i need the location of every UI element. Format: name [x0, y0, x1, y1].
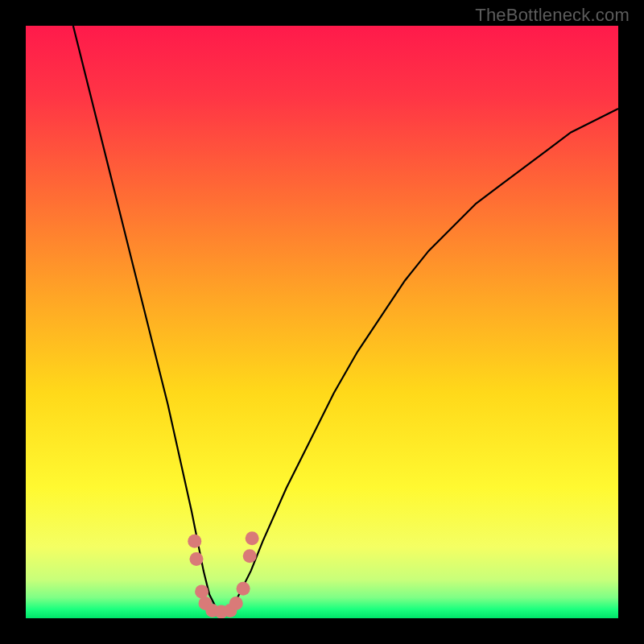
plot-area	[26, 26, 618, 618]
marker-dot	[188, 535, 201, 548]
marker-dot	[195, 584, 208, 598]
chart-svg	[26, 26, 618, 618]
watermark-text: TheBottleneck.com	[475, 5, 630, 26]
outer-frame: TheBottleneck.com	[0, 0, 644, 644]
marker-dot	[243, 549, 257, 563]
marker-dot	[229, 597, 243, 610]
marker-dot	[189, 552, 203, 566]
marker-dot	[246, 531, 259, 545]
marker-dot	[237, 582, 250, 596]
gradient-background	[26, 26, 618, 618]
